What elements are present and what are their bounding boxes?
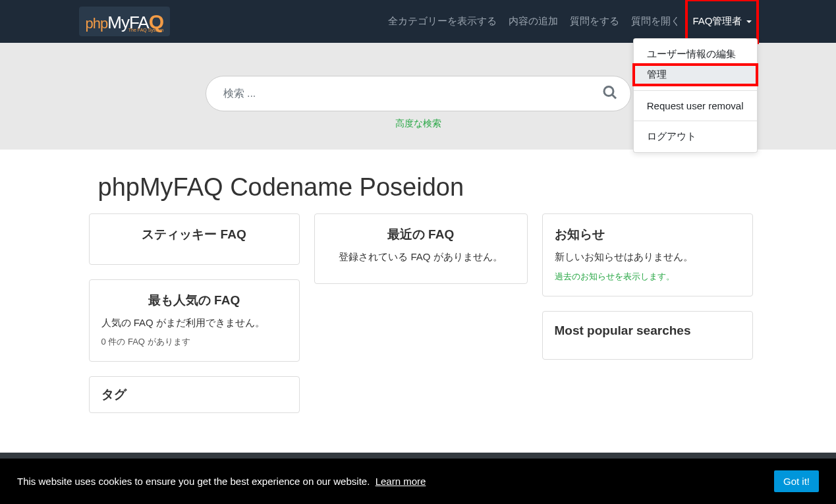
cookie-text-wrap: This website uses cookies to ensure you … bbox=[17, 476, 426, 487]
dropdown-admin[interactable]: 管理 bbox=[634, 65, 757, 85]
card-sticky-faq: スティッキー FAQ bbox=[89, 213, 300, 265]
card-sticky-title: スティッキー FAQ bbox=[101, 226, 287, 243]
nav-user-dropdown[interactable]: FAQ管理者 bbox=[686, 0, 757, 43]
card-tags-title: タグ bbox=[101, 386, 287, 403]
dropdown-edit-profile[interactable]: ユーザー情報の編集 bbox=[634, 44, 757, 65]
logo-q: Q bbox=[149, 11, 163, 32]
dropdown-divider-2 bbox=[634, 121, 757, 121]
cookie-text: This website uses cookies to ensure you … bbox=[17, 476, 370, 487]
nav-ask-question[interactable]: 質問をする bbox=[564, 0, 625, 43]
user-dropdown-menu: ユーザー情報の編集 管理 Request user removal ログアウト bbox=[633, 38, 758, 153]
card-news: お知らせ 新しいお知らせはありません。 過去のお知らせを表示します。 bbox=[542, 213, 753, 296]
logo-mid: My bbox=[107, 13, 129, 32]
page-title: phpMyFAQ Codename Poseidon bbox=[98, 173, 748, 202]
card-tags: タグ bbox=[89, 376, 300, 413]
card-popular-text: 人気の FAQ がまだ利用できません。 bbox=[101, 317, 287, 329]
nav-user-dropdown-wrap: FAQ管理者 ユーザー情報の編集 管理 Request user removal… bbox=[686, 0, 757, 43]
logo[interactable]: phpMyFAQ The FAQ System bbox=[79, 7, 171, 36]
card-news-title: お知らせ bbox=[555, 226, 740, 243]
svg-line-1 bbox=[612, 95, 616, 99]
card-news-archive-link[interactable]: 過去のお知らせを表示します。 bbox=[555, 271, 675, 281]
dropdown-divider bbox=[634, 90, 757, 91]
card-recent-faq: 最近の FAQ 登録されている FAQ がありません。 bbox=[314, 213, 528, 284]
dropdown-logout[interactable]: ログアウト bbox=[634, 126, 757, 147]
search-input[interactable] bbox=[206, 76, 631, 111]
cookie-learn-more-link[interactable]: Learn more bbox=[376, 476, 426, 487]
search-icon bbox=[602, 85, 618, 101]
main-content: phpMyFAQ Codename Poseidon スティッキー FAQ 最も… bbox=[89, 150, 748, 439]
card-searches-title: Most popular searches bbox=[555, 323, 740, 338]
nav-add-content[interactable]: 内容の追加 bbox=[503, 0, 564, 43]
dropdown-request-removal[interactable]: Request user removal bbox=[634, 96, 757, 115]
card-popular-searches: Most popular searches bbox=[542, 311, 753, 360]
navbar: phpMyFAQ The FAQ System 全カテゴリーを表示する 内容の追… bbox=[0, 0, 836, 43]
nav-open-questions[interactable]: 質問を開く bbox=[625, 0, 686, 43]
card-popular-count: 0 件の FAQ があります bbox=[101, 336, 287, 348]
card-recent-text: 登録されている FAQ がありません。 bbox=[327, 251, 515, 264]
nav-links: 全カテゴリーを表示する 内容の追加 質問をする 質問を開く FAQ管理者 ユーザ… bbox=[382, 0, 757, 43]
search-button[interactable] bbox=[599, 82, 621, 105]
search-box bbox=[206, 76, 631, 111]
card-news-text: 新しいお知らせはありません。 bbox=[555, 251, 740, 264]
logo-prefix: php bbox=[86, 15, 108, 32]
card-recent-title: 最近の FAQ bbox=[327, 226, 515, 243]
card-popular-faq: 最も人気の FAQ 人気の FAQ がまだ利用できません。 0 件の FAQ が… bbox=[89, 279, 300, 362]
advanced-search-link[interactable]: 高度な検索 bbox=[395, 118, 441, 130]
cookie-banner: This website uses cookies to ensure you … bbox=[0, 459, 836, 504]
svg-point-0 bbox=[604, 87, 613, 96]
cookie-accept-button[interactable]: Got it! bbox=[774, 470, 819, 492]
nav-show-categories[interactable]: 全カテゴリーを表示する bbox=[382, 0, 503, 43]
card-popular-title: 最も人気の FAQ bbox=[101, 292, 287, 309]
